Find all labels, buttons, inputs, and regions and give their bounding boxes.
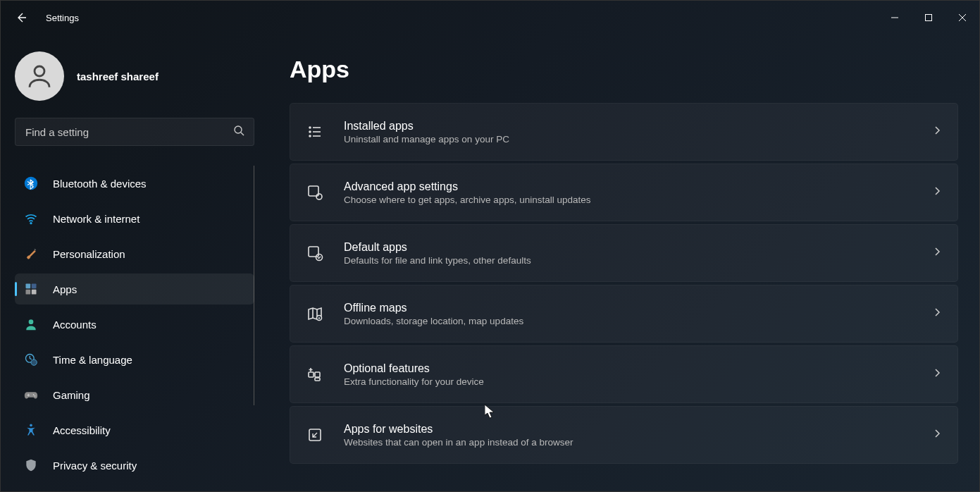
sidebar-item-gaming[interactable]: Gaming — [15, 379, 254, 410]
sidebar-item-label: Time & language — [53, 354, 132, 366]
sidebar-item-apps[interactable]: Apps — [15, 273, 254, 305]
minimize-icon — [891, 13, 899, 22]
close-button[interactable] — [945, 4, 979, 32]
chevron-right-icon — [932, 247, 942, 259]
search-input[interactable] — [15, 118, 254, 146]
svg-rect-19 — [28, 394, 29, 397]
content: tashreef shareef Bluetooth & devices Net… — [1, 35, 979, 491]
setting-offline-maps[interactable]: Offline maps Downloads, storage location… — [290, 285, 958, 343]
app-plus-icon — [306, 365, 324, 383]
sidebar: tashreef shareef Bluetooth & devices Net… — [1, 35, 261, 491]
avatar — [15, 51, 64, 101]
sidebar-item-label: Apps — [53, 283, 77, 295]
app-link-icon — [306, 426, 324, 444]
apps-grid-icon — [23, 281, 39, 297]
setting-desc: Uninstall and manage apps on your PC — [344, 134, 912, 144]
setting-apps-for-websites[interactable]: Apps for websites Websites that can open… — [290, 406, 958, 464]
sidebar-item-accounts[interactable]: Accounts — [15, 309, 254, 340]
setting-text: Offline maps Downloads, storage location… — [344, 302, 912, 326]
list-icon — [306, 123, 324, 141]
search-icon — [233, 125, 244, 139]
sidebar-item-label: Privacy & security — [53, 460, 137, 472]
search-box — [15, 118, 254, 146]
sidebar-nav: Bluetooth & devices Network & internet P… — [15, 166, 254, 483]
svg-point-5 — [235, 126, 242, 133]
chevron-right-icon — [932, 125, 942, 138]
svg-rect-33 — [315, 372, 320, 377]
user-profile[interactable]: tashreef shareef — [15, 49, 254, 118]
svg-point-22 — [309, 131, 311, 133]
sidebar-item-label: Gaming — [53, 389, 90, 401]
setting-advanced-app-settings[interactable]: Advanced app settings Choose where to ge… — [290, 164, 958, 221]
sidebar-item-bluetooth-devices[interactable]: Bluetooth & devices — [15, 168, 254, 199]
wifi-icon — [23, 211, 39, 226]
setting-title: Default apps — [344, 241, 912, 254]
setting-desc: Downloads, storage location, map updates — [344, 316, 912, 326]
setting-desc: Websites that can open in an app instead… — [344, 437, 912, 448]
gamepad-icon — [23, 387, 39, 402]
sidebar-item-label: Accessibility — [53, 424, 111, 436]
user-name: tashreef shareef — [77, 70, 159, 82]
person-accounts-icon — [23, 316, 39, 332]
svg-line-6 — [241, 133, 244, 135]
clock-globe-icon — [23, 352, 39, 367]
svg-rect-9 — [26, 284, 31, 289]
sidebar-item-personalization[interactable]: Personalization — [15, 238, 254, 269]
map-icon — [306, 305, 324, 323]
sidebar-item-time-language[interactable]: Time & language — [15, 344, 254, 375]
sidebar-item-network-internet[interactable]: Network & internet — [15, 203, 254, 234]
svg-point-13 — [29, 319, 34, 324]
sidebar-item-privacy-security[interactable]: Privacy & security — [15, 450, 254, 481]
chevron-right-icon — [932, 368, 942, 381]
chevron-right-icon — [932, 429, 942, 441]
shield-icon — [23, 457, 39, 473]
titlebar-left: Settings — [15, 11, 79, 25]
window-title: Settings — [46, 13, 79, 23]
setting-optional-features[interactable]: Optional features Extra functionality fo… — [290, 345, 958, 403]
sidebar-item-label: Accounts — [53, 319, 97, 331]
svg-point-28 — [316, 194, 322, 199]
setting-title: Advanced app settings — [344, 180, 912, 193]
svg-rect-12 — [32, 290, 37, 295]
setting-title: Apps for websites — [344, 423, 912, 436]
titlebar: Settings — [1, 1, 979, 35]
settings-list: Installed apps Uninstall and manage apps… — [290, 103, 958, 464]
svg-point-8 — [30, 223, 32, 224]
svg-point-16 — [33, 394, 35, 395]
setting-desc: Extra functionality for your device — [344, 376, 912, 387]
setting-text: Optional features Extra functionality fo… — [344, 362, 912, 387]
setting-title: Installed apps — [344, 120, 912, 133]
maximize-button[interactable] — [912, 4, 945, 32]
person-icon — [25, 61, 54, 91]
svg-point-20 — [30, 424, 32, 427]
brush-icon — [23, 246, 39, 262]
app-check-icon — [306, 244, 324, 262]
svg-rect-34 — [315, 378, 320, 381]
sidebar-item-label: Bluetooth & devices — [53, 178, 147, 190]
bluetooth-icon — [23, 176, 39, 191]
setting-text: Advanced app settings Choose where to ge… — [344, 180, 912, 205]
chevron-right-icon — [932, 186, 942, 199]
svg-rect-10 — [32, 284, 37, 289]
setting-installed-apps[interactable]: Installed apps Uninstall and manage apps… — [290, 103, 958, 161]
back-button[interactable] — [15, 11, 29, 25]
setting-desc: Choose where to get apps, archive apps, … — [344, 195, 912, 205]
sidebar-item-accessibility[interactable]: Accessibility — [15, 414, 254, 445]
maximize-icon — [924, 13, 933, 22]
setting-text: Apps for websites Websites that can open… — [344, 423, 912, 448]
setting-text: Default apps Defaults for file and link … — [344, 241, 912, 266]
setting-title: Optional features — [344, 362, 912, 375]
svg-point-23 — [309, 135, 311, 137]
app-gear-icon — [306, 183, 324, 202]
setting-title: Offline maps — [344, 302, 912, 314]
svg-point-17 — [35, 395, 36, 397]
svg-rect-1 — [926, 15, 932, 21]
window-controls — [878, 4, 979, 32]
main-panel: Apps Installed apps Uninstall and manage… — [261, 35, 979, 491]
setting-default-apps[interactable]: Default apps Defaults for file and link … — [290, 224, 958, 282]
setting-text: Installed apps Uninstall and manage apps… — [344, 120, 912, 144]
close-icon — [958, 13, 967, 22]
svg-rect-32 — [309, 372, 314, 377]
setting-desc: Defaults for file and link types, other … — [344, 255, 912, 266]
minimize-button[interactable] — [878, 4, 912, 32]
